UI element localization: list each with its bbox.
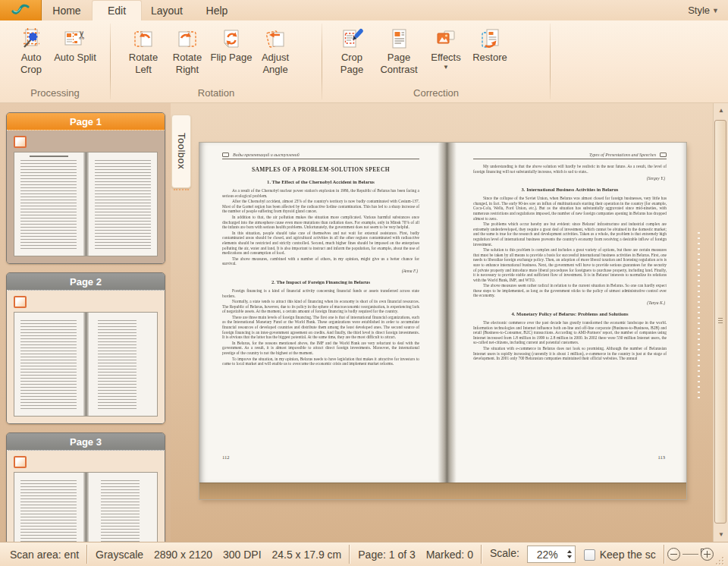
keep-scale-option: Keep the sc <box>582 549 663 561</box>
status-separator <box>349 545 350 564</box>
app-menu-button[interactable] <box>0 0 42 20</box>
scanned-book-spread[interactable]: Виды презентаций и выступлений SAMPLES O… <box>199 143 686 499</box>
rotate-right-button[interactable]: Rotate Right <box>165 24 209 76</box>
restore-button[interactable]: Restore <box>468 24 512 64</box>
crop-page-icon <box>338 26 366 52</box>
scale-label: Scale: <box>490 547 519 559</box>
status-color-mode: Grayscale <box>96 549 143 561</box>
status-marked-info: Marked: 0 <box>426 549 473 561</box>
rotate-left-icon <box>130 26 157 52</box>
status-bar: Scan area: ent Grayscale 2890 x 2120 300… <box>0 542 728 566</box>
svg-text:✂: ✂ <box>75 30 87 39</box>
restore-icon <box>476 26 504 52</box>
toolbox-tab[interactable]: Toolbox <box>171 115 191 188</box>
page-1-checkbox[interactable] <box>14 136 27 148</box>
page-2-header: Page 2 <box>7 273 165 291</box>
status-separator <box>481 545 482 564</box>
rotate-left-button[interactable]: Rotate Left <box>121 24 165 76</box>
auto-crop-button[interactable]: Auto Crop <box>9 24 53 76</box>
scan-left-page: Виды презентаций и выступлений SAMPLES O… <box>199 143 438 483</box>
auto-split-button[interactable]: ✂ Auto Split <box>53 24 97 64</box>
status-dpi: 300 DPI <box>223 549 262 561</box>
tab-layout[interactable]: Layout <box>142 0 192 20</box>
section-2-heading: 2. The Impact of Foreign Financing in Be… <box>222 279 419 285</box>
adjust-angle-icon <box>262 26 289 52</box>
rotate-right-icon <box>174 26 201 52</box>
group-label-processing: Processing <box>5 86 105 101</box>
status-size-cm: 24.5 x 17.9 cm <box>271 549 341 561</box>
crop-page-button[interactable]: Crop Page <box>330 24 374 76</box>
ribbon-group-correction: Crop Page Pag <box>322 20 550 102</box>
status-scan-area: Scan area: ent <box>3 549 86 561</box>
page-thumbnail-panel: Page 1 Page 2 <box>0 103 171 542</box>
tab-home[interactable]: Home <box>42 0 92 20</box>
scroll-down-button[interactable]: ▼ <box>714 527 728 542</box>
page-3-checkbox[interactable] <box>14 456 27 468</box>
style-menu-button[interactable]: Style▼ <box>679 0 728 20</box>
ribbon-toolbar: Auto Crop ✂ Auto Split <box>0 20 728 103</box>
scroll-up-button[interactable]: ▲ <box>714 103 728 118</box>
keep-scale-checkbox[interactable] <box>584 549 595 561</box>
main-content: Page 1 Page 2 <box>0 103 728 542</box>
vertical-scrollbar[interactable]: ▲ ▼ <box>713 103 728 542</box>
auto-split-icon: ✂ <box>61 26 89 52</box>
page-3-thumbnail-card[interactable]: Page 3 <box>6 432 165 542</box>
document-title: SAMPLES OF A PROBLEM-SOLUTION SPEECH <box>222 166 419 173</box>
zoom-in-button[interactable] <box>701 548 714 561</box>
page-2-thumbnail-card[interactable]: Page 2 <box>6 272 165 424</box>
auto-crop-icon <box>17 26 45 52</box>
page-2-checkbox[interactable] <box>14 296 27 308</box>
ribbon-group-processing: Auto Crop ✂ Auto Split <box>0 20 110 102</box>
right-page-number: 113 <box>657 454 665 460</box>
page-2-thumbnail-image[interactable] <box>14 312 158 417</box>
scan-preview-area[interactable]: Виды презентаций и выступлений SAMPLES O… <box>171 103 713 542</box>
group-label-rotation: Rotation <box>115 86 317 101</box>
flip-page-button[interactable]: Flip Page <box>209 24 253 64</box>
tab-help[interactable]: Help <box>192 0 242 20</box>
zoom-slider-control <box>667 548 714 561</box>
app-logo-icon <box>11 3 30 18</box>
section-3-attribution: (Tanya K.) <box>473 300 665 305</box>
flip-page-icon <box>218 26 245 52</box>
page-3-header: Page 3 <box>7 433 165 451</box>
adjust-angle-button[interactable]: Adjust Angle <box>253 24 297 76</box>
chevron-down-icon: ▼ <box>443 64 449 71</box>
book-gutter <box>438 143 457 483</box>
effects-icon <box>432 26 460 52</box>
scale-value: 22% <box>528 549 567 561</box>
window-resize-grip[interactable] <box>715 556 725 566</box>
status-separator <box>86 545 88 564</box>
panel-splitter-grip[interactable] <box>698 232 700 401</box>
zoom-slider-track[interactable] <box>682 554 698 555</box>
page-3-thumbnail-image[interactable] <box>14 472 158 542</box>
effects-button[interactable]: Effects ▼ <box>424 24 468 71</box>
left-running-header: Виды презентаций и выступлений <box>222 153 419 159</box>
section-3-heading: 3. International Business Activities in … <box>473 187 667 192</box>
chevron-down-icon: ▼ <box>712 7 719 14</box>
scrollbar-thumb[interactable] <box>714 120 726 524</box>
section-1-attribution: (Anna F.) <box>222 269 418 273</box>
scale-spinner[interactable]: 22% <box>527 546 576 563</box>
section-1-heading: 1. The Effect of the Chernobyl Accident … <box>222 179 419 184</box>
scan-app-window: Home Edit Layout Help Style▼ <box>0 0 728 566</box>
status-page-info: Page: 1 of 3 Marked: 0 <box>351 549 480 561</box>
ribbon-group-rotation: Rotate Left Rotate Right <box>111 20 322 102</box>
ribbon-tab-bar: Home Edit Layout Help Style▼ <box>0 0 728 20</box>
page-contrast-icon <box>385 26 413 52</box>
status-dimensions: 2890 x 2120 <box>154 549 212 561</box>
page-contrast-button[interactable]: Page Contrast <box>374 24 424 76</box>
ribbon-group-separator <box>550 24 551 99</box>
right-running-header: Types of Presentations and Speeches <box>473 153 667 159</box>
spinner-up-icon[interactable] <box>567 550 572 553</box>
left-page-number: 112 <box>222 454 230 460</box>
hand-book-icon <box>660 153 667 157</box>
spinner-down-icon[interactable] <box>567 555 572 558</box>
page-1-thumbnail-image[interactable] <box>14 152 158 256</box>
scan-right-page: Types of Presentations and Speeches My u… <box>457 143 686 483</box>
status-scale-control: Scale: 22% <box>483 546 582 563</box>
group-label-correction: Correction <box>327 86 545 101</box>
page-1-thumbnail-card[interactable]: Page 1 <box>6 112 165 264</box>
page-1-header: Page 1 <box>7 113 165 130</box>
tab-edit[interactable]: Edit <box>92 0 142 20</box>
zoom-out-button[interactable] <box>667 548 680 561</box>
